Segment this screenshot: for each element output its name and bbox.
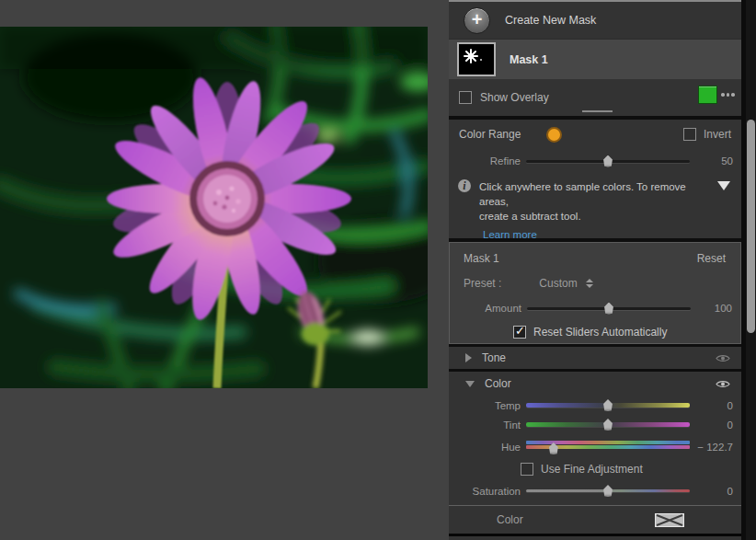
mask-settings-title: Mask 1 [464,252,499,265]
hue-slider-row: Hue − 122.7 [449,434,741,459]
saturation-slider-thumb[interactable] [602,485,614,497]
saturation-slider[interactable] [526,484,690,498]
scrollbar-thumb[interactable] [747,120,755,333]
hue-label: Hue [449,442,521,453]
color-swatch-label: Color [497,513,523,526]
refine-slider-row: Refine 50 [449,149,741,173]
photo-canvas[interactable] [0,27,428,388]
amount-slider-row: Amount 100 [450,295,740,321]
tint-label: Tint [449,419,521,431]
color-visibility-eye-icon[interactable] [716,379,730,389]
overlay-color-swatch[interactable] [698,86,717,104]
amount-value: 100 [691,303,740,314]
invert-label: Invert [704,128,731,141]
hint-line2: create a subtract tool. [479,211,581,222]
color-swatch-none-icon[interactable] [655,513,684,527]
masking-panel: + Create New Mask Mask 1 [449,0,741,540]
mask-thumbnail-image [459,44,490,71]
hue-value: − 122.7 [690,442,741,453]
lightroom-masking-ui: + Create New Mask Mask 1 [0,0,756,540]
color-section-header[interactable]: Color [449,372,741,396]
temp-slider-row: Temp 0 [449,396,741,415]
create-mask-plus-icon[interactable]: + [464,7,490,34]
show-overlay-row: Show Overlay [449,79,741,116]
tone-disclosure-icon[interactable] [465,353,472,362]
show-overlay-label: Show Overlay [480,91,549,104]
tone-section-header[interactable]: Tone [449,347,741,372]
plus-glyph: + [464,8,489,33]
preset-dropdown-arrows-icon [586,279,593,288]
panel-bottom-edge [449,534,741,536]
use-fine-adjustment-checkbox[interactable] [521,463,533,476]
color-title: Color [485,377,511,390]
temp-slider-thumb[interactable] [602,399,614,411]
create-new-mask-row[interactable]: + Create New Mask [449,2,741,39]
hint-line1: Click anywhere to sample colors. To remo… [479,181,686,207]
saturation-label: Saturation [449,486,521,497]
create-new-mask-label: Create New Mask [505,14,596,27]
amount-slider[interactable] [527,302,691,316]
temp-label: Temp [449,400,521,411]
refine-slider[interactable] [526,155,690,168]
temp-slider[interactable] [526,398,690,412]
reset-sliders-label: Reset Sliders Automatically [533,326,667,339]
amount-slider-thumb[interactable] [603,303,615,315]
panel-resize-handle[interactable] [582,110,613,112]
refine-value: 50 [690,155,741,167]
mask-thumbnail[interactable] [457,42,496,76]
tone-title: Tone [482,351,506,364]
sampled-color-dot[interactable] [546,127,562,143]
show-overlay-checkbox[interactable] [459,91,472,104]
tint-slider-row: Tint 0 [449,415,741,434]
color-range-title: Color Range [459,128,521,141]
tone-visibility-eye-icon[interactable] [716,353,730,363]
tint-slider-thumb[interactable] [602,419,614,431]
tint-slider[interactable] [526,418,690,431]
reset-button[interactable]: Reset [697,252,726,265]
refine-label: Refine [449,155,521,167]
use-fine-adjustment-label: Use Fine Adjustment [541,463,643,476]
hue-slider[interactable] [526,440,690,454]
preset-label: Preset : [464,277,501,290]
color-swatch-row: Color [449,505,741,534]
color-disclosure-icon[interactable] [465,381,475,387]
sample-hint: i Click anywhere to sample colors. To re… [449,173,741,224]
color-section: Color Temp 0 Tint 0 [449,372,741,505]
tint-value: 0 [690,419,741,431]
saturation-value: 0 [690,486,741,497]
collapse-hint-icon[interactable] [717,181,730,190]
temp-value: 0 [690,400,741,411]
use-fine-adjustment-row: Use Fine Adjustment [449,459,741,479]
preset-dropdown[interactable]: Custom [539,277,592,290]
more-options-icon[interactable] [721,93,738,97]
amount-label: Amount [450,303,521,314]
info-icon: i [458,179,471,192]
mask-item-label: Mask 1 [510,53,548,66]
refine-slider-thumb[interactable] [602,155,614,167]
color-range-section: Color Range Invert Refine 50 i Click any… [449,120,741,238]
learn-more-link[interactable]: Learn more [483,229,537,240]
mask-settings-box: Mask 1 Reset Preset : Custom Amount 100 [449,242,741,344]
reset-sliders-checkbox[interactable] [513,326,526,339]
mask-list-item[interactable]: Mask 1 [449,39,741,79]
invert-checkbox[interactable] [683,128,696,141]
saturation-slider-row: Saturation 0 [449,479,741,502]
preset-value: Custom [539,277,577,290]
